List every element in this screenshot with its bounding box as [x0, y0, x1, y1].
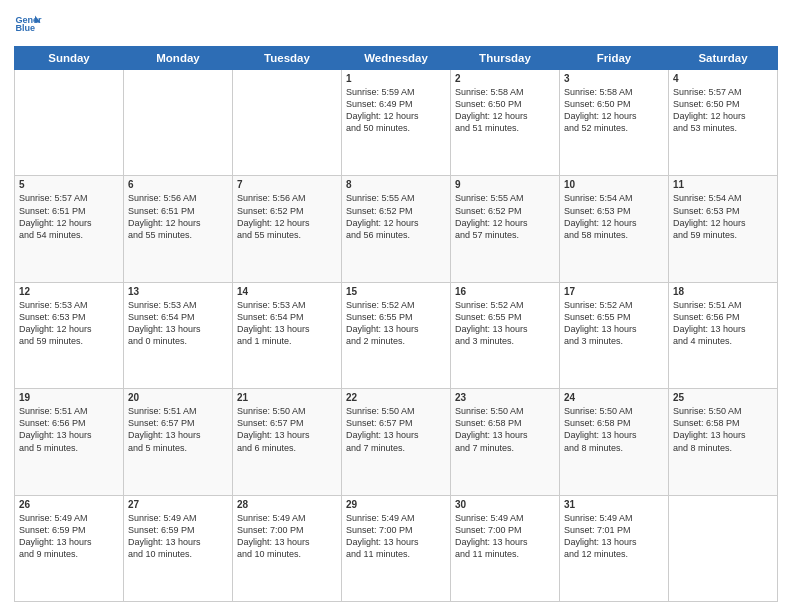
day-cell-2: 2Sunrise: 5:58 AM Sunset: 6:50 PM Daylig… [451, 70, 560, 176]
weekday-header-saturday: Saturday [669, 47, 778, 70]
day-cell-6: 6Sunrise: 5:56 AM Sunset: 6:51 PM Daylig… [124, 176, 233, 282]
week-row-3: 12Sunrise: 5:53 AM Sunset: 6:53 PM Dayli… [15, 282, 778, 388]
day-cell-12: 12Sunrise: 5:53 AM Sunset: 6:53 PM Dayli… [15, 282, 124, 388]
day-info: Sunrise: 5:51 AM Sunset: 6:56 PM Dayligh… [19, 405, 119, 454]
day-info: Sunrise: 5:49 AM Sunset: 6:59 PM Dayligh… [19, 512, 119, 561]
day-info: Sunrise: 5:53 AM Sunset: 6:54 PM Dayligh… [128, 299, 228, 348]
day-info: Sunrise: 5:50 AM Sunset: 6:57 PM Dayligh… [237, 405, 337, 454]
day-cell-8: 8Sunrise: 5:55 AM Sunset: 6:52 PM Daylig… [342, 176, 451, 282]
weekday-header-monday: Monday [124, 47, 233, 70]
day-number: 22 [346, 392, 446, 403]
empty-cell [669, 495, 778, 601]
day-number: 28 [237, 499, 337, 510]
calendar-table: SundayMondayTuesdayWednesdayThursdayFrid… [14, 46, 778, 602]
weekday-header-sunday: Sunday [15, 47, 124, 70]
day-info: Sunrise: 5:50 AM Sunset: 6:58 PM Dayligh… [673, 405, 773, 454]
day-cell-7: 7Sunrise: 5:56 AM Sunset: 6:52 PM Daylig… [233, 176, 342, 282]
day-cell-31: 31Sunrise: 5:49 AM Sunset: 7:01 PM Dayli… [560, 495, 669, 601]
day-info: Sunrise: 5:53 AM Sunset: 6:53 PM Dayligh… [19, 299, 119, 348]
day-number: 1 [346, 73, 446, 84]
day-info: Sunrise: 5:57 AM Sunset: 6:50 PM Dayligh… [673, 86, 773, 135]
day-number: 31 [564, 499, 664, 510]
weekday-header-tuesday: Tuesday [233, 47, 342, 70]
day-number: 23 [455, 392, 555, 403]
day-number: 4 [673, 73, 773, 84]
day-info: Sunrise: 5:58 AM Sunset: 6:50 PM Dayligh… [564, 86, 664, 135]
day-cell-9: 9Sunrise: 5:55 AM Sunset: 6:52 PM Daylig… [451, 176, 560, 282]
day-info: Sunrise: 5:50 AM Sunset: 6:57 PM Dayligh… [346, 405, 446, 454]
day-info: Sunrise: 5:56 AM Sunset: 6:51 PM Dayligh… [128, 192, 228, 241]
day-number: 6 [128, 179, 228, 190]
day-number: 19 [19, 392, 119, 403]
day-info: Sunrise: 5:53 AM Sunset: 6:54 PM Dayligh… [237, 299, 337, 348]
day-cell-13: 13Sunrise: 5:53 AM Sunset: 6:54 PM Dayli… [124, 282, 233, 388]
day-number: 20 [128, 392, 228, 403]
day-cell-5: 5Sunrise: 5:57 AM Sunset: 6:51 PM Daylig… [15, 176, 124, 282]
day-number: 27 [128, 499, 228, 510]
day-info: Sunrise: 5:55 AM Sunset: 6:52 PM Dayligh… [346, 192, 446, 241]
day-info: Sunrise: 5:51 AM Sunset: 6:56 PM Dayligh… [673, 299, 773, 348]
day-number: 10 [564, 179, 664, 190]
day-number: 15 [346, 286, 446, 297]
week-row-1: 1Sunrise: 5:59 AM Sunset: 6:49 PM Daylig… [15, 70, 778, 176]
logo-icon: General Blue [14, 10, 42, 38]
day-info: Sunrise: 5:49 AM Sunset: 7:00 PM Dayligh… [237, 512, 337, 561]
day-cell-15: 15Sunrise: 5:52 AM Sunset: 6:55 PM Dayli… [342, 282, 451, 388]
day-number: 7 [237, 179, 337, 190]
day-number: 16 [455, 286, 555, 297]
day-number: 26 [19, 499, 119, 510]
day-info: Sunrise: 5:50 AM Sunset: 6:58 PM Dayligh… [564, 405, 664, 454]
day-cell-29: 29Sunrise: 5:49 AM Sunset: 7:00 PM Dayli… [342, 495, 451, 601]
day-cell-26: 26Sunrise: 5:49 AM Sunset: 6:59 PM Dayli… [15, 495, 124, 601]
day-cell-10: 10Sunrise: 5:54 AM Sunset: 6:53 PM Dayli… [560, 176, 669, 282]
day-number: 13 [128, 286, 228, 297]
day-number: 30 [455, 499, 555, 510]
day-info: Sunrise: 5:58 AM Sunset: 6:50 PM Dayligh… [455, 86, 555, 135]
logo: General Blue [14, 10, 42, 38]
day-info: Sunrise: 5:52 AM Sunset: 6:55 PM Dayligh… [564, 299, 664, 348]
weekday-header-row: SundayMondayTuesdayWednesdayThursdayFrid… [15, 47, 778, 70]
day-number: 11 [673, 179, 773, 190]
day-cell-11: 11Sunrise: 5:54 AM Sunset: 6:53 PM Dayli… [669, 176, 778, 282]
day-number: 25 [673, 392, 773, 403]
day-cell-25: 25Sunrise: 5:50 AM Sunset: 6:58 PM Dayli… [669, 389, 778, 495]
day-cell-17: 17Sunrise: 5:52 AM Sunset: 6:55 PM Dayli… [560, 282, 669, 388]
day-cell-21: 21Sunrise: 5:50 AM Sunset: 6:57 PM Dayli… [233, 389, 342, 495]
day-info: Sunrise: 5:51 AM Sunset: 6:57 PM Dayligh… [128, 405, 228, 454]
day-info: Sunrise: 5:56 AM Sunset: 6:52 PM Dayligh… [237, 192, 337, 241]
week-row-2: 5Sunrise: 5:57 AM Sunset: 6:51 PM Daylig… [15, 176, 778, 282]
day-cell-28: 28Sunrise: 5:49 AM Sunset: 7:00 PM Dayli… [233, 495, 342, 601]
day-cell-24: 24Sunrise: 5:50 AM Sunset: 6:58 PM Dayli… [560, 389, 669, 495]
day-info: Sunrise: 5:49 AM Sunset: 7:00 PM Dayligh… [346, 512, 446, 561]
weekday-header-thursday: Thursday [451, 47, 560, 70]
day-number: 2 [455, 73, 555, 84]
weekday-header-friday: Friday [560, 47, 669, 70]
day-info: Sunrise: 5:55 AM Sunset: 6:52 PM Dayligh… [455, 192, 555, 241]
day-number: 12 [19, 286, 119, 297]
day-cell-27: 27Sunrise: 5:49 AM Sunset: 6:59 PM Dayli… [124, 495, 233, 601]
day-cell-18: 18Sunrise: 5:51 AM Sunset: 6:56 PM Dayli… [669, 282, 778, 388]
day-cell-16: 16Sunrise: 5:52 AM Sunset: 6:55 PM Dayli… [451, 282, 560, 388]
day-number: 24 [564, 392, 664, 403]
day-info: Sunrise: 5:57 AM Sunset: 6:51 PM Dayligh… [19, 192, 119, 241]
day-number: 14 [237, 286, 337, 297]
day-cell-20: 20Sunrise: 5:51 AM Sunset: 6:57 PM Dayli… [124, 389, 233, 495]
empty-cell [124, 70, 233, 176]
day-cell-19: 19Sunrise: 5:51 AM Sunset: 6:56 PM Dayli… [15, 389, 124, 495]
weekday-header-wednesday: Wednesday [342, 47, 451, 70]
day-info: Sunrise: 5:54 AM Sunset: 6:53 PM Dayligh… [564, 192, 664, 241]
day-info: Sunrise: 5:59 AM Sunset: 6:49 PM Dayligh… [346, 86, 446, 135]
day-info: Sunrise: 5:49 AM Sunset: 7:00 PM Dayligh… [455, 512, 555, 561]
day-info: Sunrise: 5:50 AM Sunset: 6:58 PM Dayligh… [455, 405, 555, 454]
day-number: 5 [19, 179, 119, 190]
day-cell-23: 23Sunrise: 5:50 AM Sunset: 6:58 PM Dayli… [451, 389, 560, 495]
svg-text:Blue: Blue [15, 23, 35, 33]
day-info: Sunrise: 5:52 AM Sunset: 6:55 PM Dayligh… [346, 299, 446, 348]
day-number: 18 [673, 286, 773, 297]
day-cell-22: 22Sunrise: 5:50 AM Sunset: 6:57 PM Dayli… [342, 389, 451, 495]
day-number: 21 [237, 392, 337, 403]
day-info: Sunrise: 5:54 AM Sunset: 6:53 PM Dayligh… [673, 192, 773, 241]
day-cell-3: 3Sunrise: 5:58 AM Sunset: 6:50 PM Daylig… [560, 70, 669, 176]
empty-cell [233, 70, 342, 176]
day-number: 29 [346, 499, 446, 510]
